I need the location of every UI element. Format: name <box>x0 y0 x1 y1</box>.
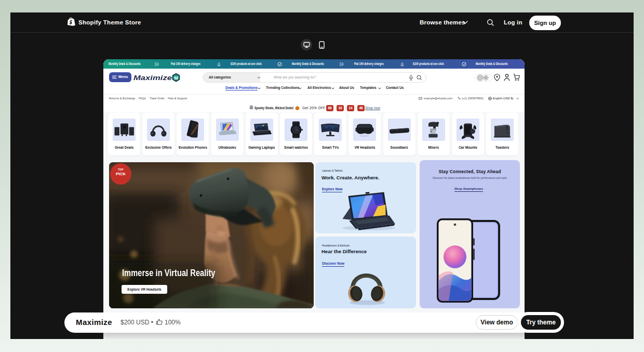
svg-text:24: 24 <box>156 63 158 66</box>
svg-text:M: M <box>174 75 178 81</box>
svg-text:24: 24 <box>341 63 343 66</box>
